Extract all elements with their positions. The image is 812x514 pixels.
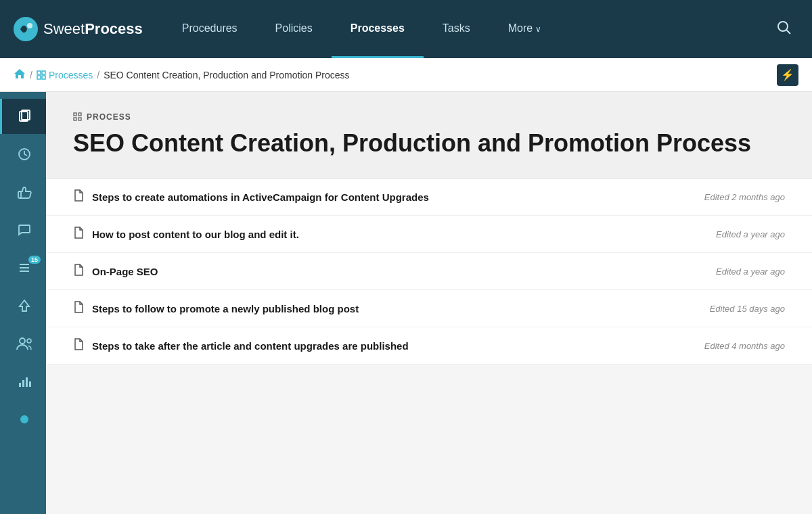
svg-rect-8 — [42, 76, 45, 79]
processes-icon — [37, 70, 46, 80]
upload-icon — [17, 298, 32, 313]
chat-icon — [17, 223, 32, 237]
thumbs-up-icon — [17, 185, 32, 200]
steps-badge: 15 — [28, 256, 41, 264]
logo-text: SweetProcess — [43, 20, 143, 38]
procedure-edited-2: Edited a year ago — [716, 266, 785, 277]
breadcrumb: / Processes / SEO Content Creation, Prod… — [0, 58, 812, 92]
procedure-name-0: Steps to create automations in ActiveCam… — [92, 191, 704, 203]
procedure-name-1: How to post content to our blog and edit… — [92, 229, 716, 240]
dot-icon — [17, 412, 32, 427]
procedure-edited-3: Edited 15 days ago — [710, 304, 785, 314]
svg-marker-4 — [14, 69, 25, 78]
sidebar-item-analytics[interactable] — [0, 364, 46, 399]
procedure-doc-icon-0 — [73, 189, 84, 204]
process-header: PROCESS SEO Content Creation, Production… — [46, 92, 812, 179]
procedure-item-0[interactable]: Steps to create automations in ActiveCam… — [46, 179, 812, 216]
top-navigation: SweetProcess Procedures Policies Process… — [0, 0, 812, 58]
svg-line-3 — [786, 30, 790, 34]
nav-procedures[interactable]: Procedures — [163, 0, 256, 58]
svg-rect-6 — [42, 71, 45, 74]
svg-rect-27 — [74, 118, 76, 120]
main-layout: 15 — [0, 92, 812, 514]
nav-links: Procedures Policies Processes Tasks More — [163, 0, 770, 58]
procedure-item-3[interactable]: Steps to follow to promote a newly publi… — [46, 290, 812, 327]
sidebar-item-history[interactable] — [0, 137, 46, 172]
process-label-text: PROCESS — [87, 112, 131, 122]
breadcrumb-sep-2: / — [97, 70, 99, 80]
procedure-name-2: On-Page SEO — [92, 266, 716, 277]
copy-icon — [17, 109, 32, 124]
svg-rect-23 — [29, 381, 31, 387]
procedure-name-4: Steps to take after the article and cont… — [92, 340, 704, 352]
breadcrumb-processes-link[interactable]: Processes — [37, 70, 93, 80]
sidebar-item-settings[interactable] — [0, 402, 46, 437]
procedure-edited-1: Edited a year ago — [716, 229, 785, 239]
lightning-icon: ⚡ — [781, 68, 794, 81]
chart-icon — [17, 374, 32, 389]
clock-icon — [17, 147, 32, 162]
svg-rect-20 — [19, 383, 21, 387]
chevron-down-icon — [535, 22, 541, 34]
sidebar-item-steps[interactable]: 15 — [0, 250, 46, 285]
nav-more[interactable]: More — [489, 0, 560, 58]
svg-rect-7 — [37, 76, 41, 79]
svg-rect-5 — [37, 71, 41, 74]
procedure-doc-icon-3 — [73, 301, 84, 316]
content-area: PROCESS SEO Content Creation, Production… — [46, 92, 812, 514]
breadcrumb-current-page: SEO Content Creation, Production and Pro… — [104, 70, 349, 80]
procedure-doc-icon-4 — [73, 338, 84, 353]
procedure-edited-4: Edited 4 months ago — [704, 341, 785, 351]
breadcrumb-sep-1: / — [30, 70, 32, 80]
procedure-list: Steps to create automations in ActiveCam… — [46, 179, 812, 365]
procedure-item-4[interactable]: Steps to take after the article and cont… — [46, 327, 812, 365]
svg-point-2 — [778, 22, 788, 31]
sidebar: 15 — [0, 92, 46, 514]
sidebar-item-team[interactable] — [0, 326, 46, 361]
nav-policies[interactable]: Policies — [256, 0, 332, 58]
procedure-item-1[interactable]: How to post content to our blog and edit… — [46, 216, 812, 253]
procedure-edited-0: Edited 2 months ago — [704, 192, 785, 202]
sidebar-item-copy[interactable] — [0, 99, 46, 134]
sidebar-item-comments[interactable] — [0, 212, 46, 248]
process-title: SEO Content Creation, Production and Pro… — [73, 128, 785, 158]
process-type-label: PROCESS — [73, 112, 785, 122]
svg-point-1 — [27, 23, 32, 28]
svg-rect-26 — [78, 113, 81, 116]
svg-marker-17 — [20, 300, 29, 311]
procedure-doc-icon-2 — [73, 264, 84, 279]
search-icon — [777, 20, 792, 35]
home-icon — [14, 68, 26, 79]
svg-point-19 — [27, 339, 31, 343]
team-icon — [16, 337, 32, 350]
procedure-name-3: Steps to follow to promote a newly publi… — [92, 303, 710, 314]
svg-line-13 — [24, 154, 27, 156]
svg-rect-28 — [78, 118, 81, 120]
svg-point-18 — [20, 338, 25, 344]
search-button[interactable] — [770, 20, 798, 39]
svg-rect-25 — [74, 113, 76, 116]
sidebar-item-publish[interactable] — [0, 288, 46, 323]
svg-rect-22 — [26, 377, 28, 387]
logo[interactable]: SweetProcess — [14, 17, 143, 41]
breadcrumb-home[interactable] — [14, 68, 26, 82]
process-type-icon — [73, 112, 83, 122]
logo-icon — [14, 17, 38, 41]
nav-processes[interactable]: Processes — [332, 0, 424, 58]
procedure-item-2[interactable]: On-Page SEO Edited a year ago — [46, 253, 812, 290]
sidebar-item-approve[interactable] — [0, 174, 46, 210]
procedure-doc-icon-1 — [73, 227, 84, 241]
nav-tasks[interactable]: Tasks — [424, 0, 489, 58]
breadcrumb-action-button[interactable]: ⚡ — [777, 64, 798, 86]
svg-point-24 — [20, 415, 28, 423]
svg-rect-21 — [22, 380, 24, 387]
